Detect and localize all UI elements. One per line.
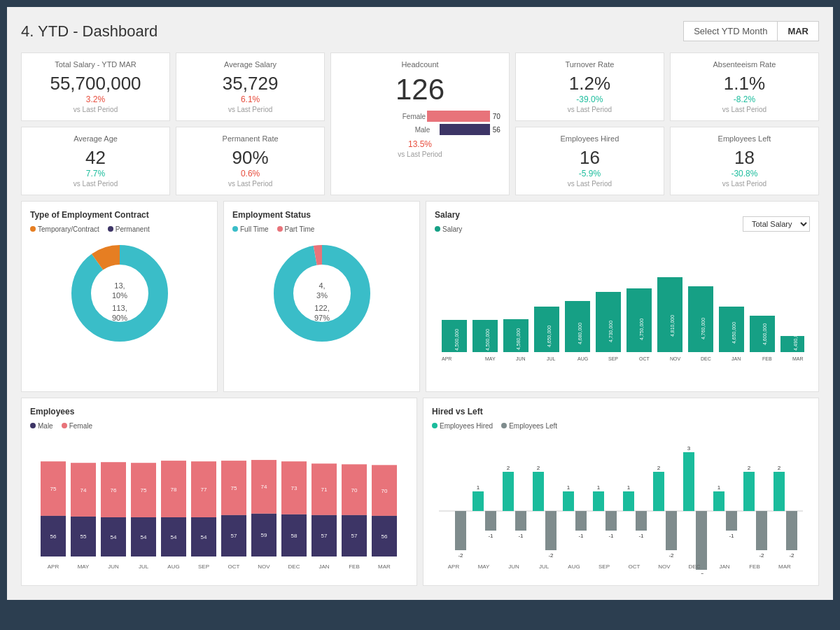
svg-text:70: 70 (382, 488, 388, 494)
kpi-absenteeism-label: Absenteeism Rate (679, 60, 810, 69)
svg-text:73: 73 (291, 485, 298, 491)
contract-legend: Temporary/Contract Permanent (30, 225, 209, 233)
ytd-selector[interactable]: Select YTD Month MAR (683, 21, 819, 41)
emp-status-legend: Full Time Part Time (232, 225, 411, 233)
legend-temp: Temporary/Contract (30, 225, 99, 233)
svg-text:JUL: JUL (539, 564, 550, 570)
svg-text:59: 59 (261, 532, 267, 538)
kpi-avg-age-sub: vs Last Period (30, 180, 161, 188)
kpi-avg-salary-sub: vs Last Period (185, 106, 316, 113)
kpi-total-salary: Total Salary - YTD MAR 55,700,000 3.2% v… (21, 52, 170, 121)
svg-text:4,490,000: 4,490,000 (793, 329, 798, 351)
kpi-avg-salary-value: 35,729 (185, 73, 316, 94)
svg-rect-152 (713, 491, 724, 511)
svg-text:76: 76 (111, 487, 117, 493)
bottom-row: Employees Male Female 7556APR7455MAY7654… (21, 398, 819, 586)
svg-text:56: 56 (382, 533, 388, 540)
svg-text:DEC: DEC (689, 564, 701, 570)
svg-text:APR: APR (48, 564, 59, 570)
kpi-absenteeism-value: 1.1% (679, 73, 810, 94)
svg-text:MAR: MAR (792, 356, 804, 361)
svg-rect-112 (472, 491, 484, 511)
svg-rect-154 (726, 511, 737, 531)
salary-dropdown[interactable]: Total Salary (743, 216, 810, 232)
svg-text:54: 54 (171, 534, 177, 540)
svg-text:2: 2 (507, 465, 510, 471)
svg-text:4,650,000: 4,650,000 (732, 322, 736, 344)
svg-text:OCT: OCT (228, 564, 240, 570)
svg-text:JUN: JUN (108, 564, 119, 570)
female-bar (427, 111, 490, 122)
svg-text:74: 74 (80, 487, 87, 493)
male-bar-row: Male 56 (340, 124, 500, 135)
hired-left-svg: -2APR1-1MAY2-1JUN2-2JUL1-1AUG1-1SEP1-1OC… (432, 434, 810, 574)
svg-text:SEP: SEP (608, 356, 618, 361)
kpi-turnover-sub: vs Last Period (524, 106, 655, 113)
svg-text:4,760,000: 4,760,000 (701, 318, 706, 340)
svg-text:DEC: DEC (288, 564, 300, 570)
svg-text:JUN: JUN (516, 356, 526, 361)
contract-chart: Type of Employment Contract Temporary/Co… (21, 201, 218, 392)
kpi-absenteeism: Absenteeism Rate 1.1% -8.2% vs Last Peri… (670, 52, 819, 121)
salary-legend-item: Salary (435, 225, 462, 233)
svg-text:JAN: JAN (719, 564, 729, 570)
kpi-avg-salary-label: Average Salary (185, 60, 316, 69)
svg-rect-124 (545, 511, 556, 550)
kpi-left-label: Employees Left (679, 134, 810, 143)
headcount-value: 126 (340, 73, 500, 106)
svg-rect-137 (623, 491, 634, 511)
svg-text:75: 75 (50, 486, 57, 492)
svg-text:4,600,000: 4,600,000 (762, 323, 767, 345)
svg-text:-1: -1 (578, 533, 584, 539)
svg-text:71: 71 (321, 486, 328, 493)
kpi-avg-salary: Average Salary 35,729 6.1% vs Last Perio… (176, 52, 325, 121)
svg-text:DEC: DEC (701, 356, 711, 361)
kpi-hired-sub: vs Last Period (524, 180, 655, 188)
svg-text:54: 54 (141, 534, 147, 540)
svg-text:75: 75 (141, 487, 147, 493)
legend-female: Female (62, 422, 92, 430)
svg-text:4,810,000: 4,810,000 (670, 315, 675, 337)
svg-text:57: 57 (321, 533, 328, 539)
svg-text:75: 75 (231, 485, 237, 491)
kpi-absenteeism-sub: vs Last Period (679, 106, 810, 113)
svg-text:-1: -1 (488, 533, 493, 539)
svg-rect-114 (485, 511, 496, 531)
employees-svg: 7556APR7455MAY7654JUN7554JUL7854AUG7754S… (30, 434, 408, 574)
svg-text:OCT: OCT (629, 564, 640, 570)
svg-rect-144 (666, 511, 677, 550)
svg-text:13,: 13, (114, 281, 125, 290)
kpi-employees-left: Employees Left 18 -30.8% vs Last Period (670, 127, 819, 195)
kpi-employees-hired: Employees Hired 16 -5.9% vs Last Period (515, 127, 664, 195)
svg-text:4,730,000: 4,730,000 (608, 321, 613, 342)
svg-text:JUL: JUL (547, 356, 556, 361)
svg-rect-109 (455, 511, 466, 550)
svg-text:4,500,000: 4,500,000 (454, 329, 459, 351)
svg-text:4,500,000: 4,500,000 (485, 329, 490, 351)
svg-text:4,750,000: 4,750,000 (639, 318, 644, 340)
legend-parttime: Part Time (277, 225, 315, 233)
kpi-perm-rate-value: 90% (185, 147, 316, 169)
svg-text:70: 70 (351, 487, 358, 493)
kpi-total-salary-label: Total Salary - YTD MAR (30, 60, 161, 69)
headcount-change: 13.5% (340, 139, 500, 149)
male-count: 56 (493, 126, 500, 134)
hired-left-chart: Hired vs Left Employees Hired Employees … (423, 398, 819, 586)
female-label: Female (402, 113, 427, 120)
svg-text:FEB: FEB (749, 564, 760, 570)
svg-text:74: 74 (261, 484, 267, 490)
kpi-avg-salary-change: 6.1% (185, 94, 316, 104)
svg-rect-127 (563, 491, 574, 511)
kpi-left-change: -30.8% (679, 169, 810, 178)
kpi-avg-age-change: 7.7% (30, 169, 161, 178)
svg-text:97%: 97% (314, 314, 329, 322)
svg-text:2: 2 (657, 465, 661, 471)
emp-status-donut: 4, 3% 122, 97% (232, 237, 411, 349)
svg-rect-132 (593, 491, 604, 511)
kpi-turnover-label: Turnover Rate (524, 60, 655, 69)
svg-text:122,: 122, (314, 304, 329, 312)
svg-text:-2: -2 (668, 552, 674, 559)
svg-rect-122 (533, 472, 544, 511)
svg-rect-26 (657, 277, 682, 352)
svg-text:3: 3 (687, 445, 691, 451)
